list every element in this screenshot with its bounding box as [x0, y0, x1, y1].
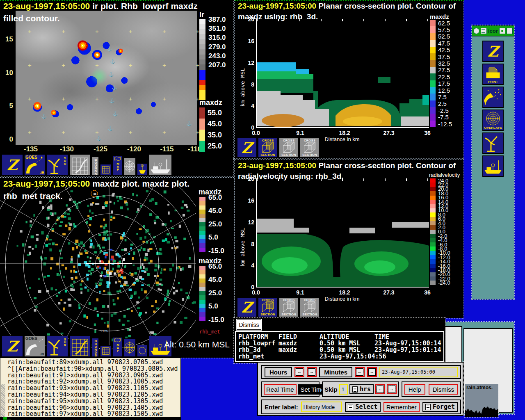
forget-menu-button[interactable]: Forget [422, 402, 458, 412]
radar-antenna-icon[interactable] [482, 132, 504, 154]
cross-section-button[interactable]: CROSS SECTION [300, 138, 320, 158]
window-cross-section-radialvelocity: 23-aug-1997,15:05:00 Planar cross-sectio… [234, 159, 463, 318]
icon-window-title: icon [488, 28, 498, 34]
x-tick: 9.1 [292, 130, 308, 136]
track-marker: ⚓ [110, 59, 116, 64]
time-value: 23-Aug-97,15:05:00 [382, 369, 435, 375]
real-time-button[interactable]: Real Time [264, 384, 297, 395]
latlon-grid-marks: ++++++++++++++++++++++++ [16, 11, 197, 145]
minutes-back-button[interactable]: ← [355, 367, 365, 377]
table-header-row: PLATFORM FIELD ALTITUDE TIME [238, 333, 443, 340]
zebra-icon[interactable]: Z [482, 41, 504, 62]
buoy-icon[interactable] [137, 163, 148, 176]
colorbar-tick: 45.0 [208, 276, 222, 284]
track-marker: ⚓ [96, 136, 102, 141]
zebra-icon[interactable]: Z [2, 336, 23, 357]
colorbar-tick: 25.0 [208, 220, 222, 228]
minutes-forward-button[interactable]: → [367, 367, 377, 377]
help-dismiss-group: Help Dismiss [402, 381, 461, 397]
x-axis-label: Distance in km [313, 136, 371, 142]
desktop: 23-aug-1997,15:05:00 ir plot. Rhb_lowprf… [0, 0, 525, 420]
cross-section-toolbar: Z CROSS SECTION CROSS SECTION CROSS SECT… [237, 137, 320, 158]
zebra-icon[interactable]: Z [237, 138, 257, 158]
bounds-icon[interactable]: BOUNDS [92, 338, 99, 357]
skip-back-button[interactable]: ← [375, 384, 385, 394]
window-iconify-button[interactable] [499, 28, 505, 34]
surveillance-radar-icon[interactable]: SUR [47, 336, 68, 357]
map-label: MAP [116, 162, 120, 171]
x-tick: 9.1 [292, 289, 308, 296]
time-step-group: Hours ← → Minutes ← → 23-Aug-97,15:05:00 [261, 365, 461, 379]
menu-icon [348, 404, 353, 410]
window-title: 23-aug-1997,15:05:00 maxdz plot. maxdz p… [3, 179, 189, 189]
ppi-radar-display: -125 [0, 187, 196, 349]
colorbar-entry: 37.5 [430, 53, 452, 60]
skip-units-menu[interactable]: hrs [349, 384, 374, 394]
minutes-button[interactable]: Minutes [319, 367, 352, 377]
skip-forward-button[interactable]: → [387, 384, 397, 394]
zebra-icon[interactable]: Z [2, 154, 23, 176]
terminal-window[interactable]: rain:beaufait:89>xdump.all 970823.0705.x… [0, 358, 181, 420]
map-icon[interactable]: MAP [113, 337, 122, 357]
data-status-dialog: Dismiss PLATFORM FIELD ALTITUDE TIME rhb… [234, 318, 445, 363]
x-tick: 27.3 [381, 289, 397, 296]
window-menu-button[interactable] [481, 28, 487, 34]
goes-ir-icon[interactable]: GOES .IR [24, 336, 46, 357]
y-tick: 16 [244, 197, 254, 204]
range-rings-icon[interactable] [123, 339, 136, 357]
grid-icon[interactable] [100, 345, 112, 357]
platform-status-table: PLATFORM FIELD ALTITUDE TIME rhb_lowprfm… [235, 331, 444, 362]
title-text: Planar cross-section plot. Contour of [316, 2, 456, 10]
terminal-status-square [3, 417, 7, 420]
skip-input[interactable]: 1 [339, 384, 348, 395]
cross-section-button[interactable]: CROSS SECTION [300, 297, 320, 317]
window-title: 23-aug-1997,15:05:00 ir plot. Rhb_lowprf… [3, 1, 198, 11]
map-icon[interactable]: MAP [113, 156, 122, 176]
goes-ir-label: .IR [39, 352, 44, 356]
scrollbar-thumb[interactable] [1, 384, 5, 420]
icon-window-titlebar[interactable]: icon [472, 25, 514, 36]
label-input[interactable]: History Mode [301, 402, 342, 412]
ship-icon[interactable] [482, 155, 504, 177]
ship-icon[interactable] [149, 154, 172, 176]
cross-section-button[interactable]: CROSS SECTION [279, 297, 299, 317]
sur-label: SUR [63, 156, 67, 165]
hours-back-button[interactable]: ← [294, 367, 304, 377]
bounds-label: BOUNDS [94, 158, 98, 175]
time-input[interactable]: 23-Aug-97,15:05:00 [379, 367, 458, 377]
colorbar-maxdz: 55.045.035.025.0 [199, 107, 222, 152]
colorbar-entry: 32.5 [430, 60, 452, 66]
overlays-icon[interactable]: OVERLAYS [482, 110, 504, 131]
window-title-line2: rhb_met track. [3, 191, 63, 201]
colorbar-entry: 35.0 [199, 130, 222, 141]
dismiss-button[interactable]: Dismiss [429, 384, 459, 395]
cross-section-button[interactable]: CROSS SECTION [279, 138, 299, 158]
colorbar-tick: 351.0 [208, 25, 226, 33]
surveillance-radar-icon[interactable]: SUR [47, 154, 68, 176]
window-menu-circle-button[interactable] [473, 28, 479, 34]
track-marker: ⚓ [109, 98, 115, 103]
hours-forward-button[interactable]: → [307, 367, 317, 377]
bounds-icon[interactable]: BOUNDS [92, 157, 99, 176]
help-button[interactable]: Help [404, 384, 425, 395]
goes-ir-icon[interactable]: GOES .IR [24, 154, 46, 176]
radar-grid-icon[interactable] [69, 154, 91, 176]
terminal-scrollbar[interactable] [0, 358, 6, 420]
dismiss-button[interactable]: Dismiss [237, 320, 261, 330]
remember-button[interactable]: Remember [383, 402, 420, 412]
colorbar-entry: 55.0 [199, 107, 222, 119]
grid-icon[interactable] [100, 164, 112, 176]
cross-section-button-active[interactable]: CROSS SECTION [258, 297, 278, 317]
title-text: ir plot. Rhb_lowprf maxdz [90, 1, 198, 11]
window-resize-button[interactable] [507, 28, 513, 34]
cross-section-button-active[interactable]: CROSS SECTION [258, 138, 278, 158]
circle-icon[interactable] [137, 345, 148, 357]
select-menu-button[interactable]: Select [345, 402, 380, 412]
satellite-dish-icon[interactable] [482, 87, 504, 108]
radar-grid-icon[interactable] [69, 336, 91, 357]
hours-button[interactable]: Hours [265, 367, 292, 377]
zebra-icon[interactable]: Z [237, 297, 257, 317]
range-rings-icon[interactable] [123, 158, 136, 176]
print-icon[interactable]: PRINT [482, 64, 504, 85]
colorbar-entry: 2.5 [430, 100, 452, 107]
